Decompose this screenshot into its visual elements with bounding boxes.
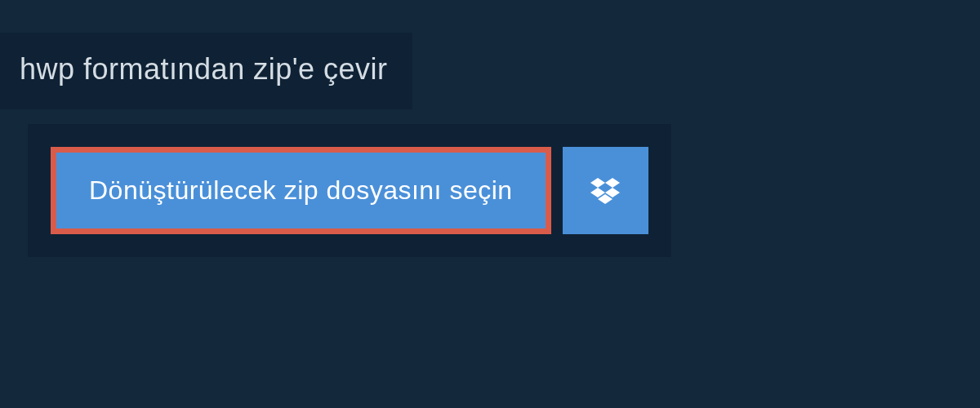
dropbox-icon (590, 178, 620, 204)
page-title: hwp formatından zip'e çevir (20, 52, 388, 86)
dropbox-button[interactable] (563, 147, 648, 234)
select-file-label: Dönüştürülecek zip dosyasını seçin (89, 175, 513, 206)
select-file-button[interactable]: Dönüştürülecek zip dosyasını seçin (51, 147, 551, 234)
page-header: hwp formatından zip'e çevir (0, 33, 412, 109)
file-select-panel: Dönüştürülecek zip dosyasını seçin (28, 124, 671, 257)
